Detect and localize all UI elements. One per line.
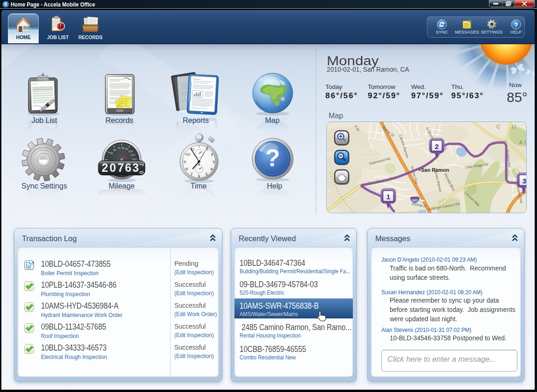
svg-text:100: 100 (128, 150, 133, 153)
svg-text:1: 1 (386, 193, 390, 201)
svg-text:110: 110 (131, 154, 135, 156)
svg-text:8: 8 (186, 167, 188, 171)
svg-text:9: 9 (184, 160, 186, 164)
svg-text:18: 18 (58, 23, 63, 29)
svg-text:6: 6 (125, 161, 131, 174)
svg-text:120: 120 (132, 158, 137, 161)
svg-text:7: 7 (138, 163, 145, 166)
svg-text:C A: C A (503, 140, 526, 145)
svg-text:3: 3 (213, 160, 214, 164)
svg-text:7: 7 (117, 161, 124, 174)
svg-text:80: 80 (122, 147, 125, 149)
svg-text:70: 70 (117, 147, 121, 149)
svg-text:?: ? (514, 21, 518, 28)
svg-text:San Ramon: San Ramon (421, 167, 449, 173)
svg-text:1: 1 (207, 147, 208, 152)
svg-text:0: 0 (110, 161, 116, 174)
svg-text:L: L (524, 140, 526, 145)
svg-text:680: 680 (412, 199, 418, 202)
svg-text:2: 2 (102, 161, 108, 174)
svg-text:7: 7 (191, 172, 193, 176)
svg-text:2: 2 (211, 152, 213, 157)
svg-text:2: 2 (435, 142, 439, 150)
svg-text:5: 5 (206, 172, 207, 176)
svg-text:3: 3 (523, 177, 526, 185)
svg-text:50: 50 (110, 152, 113, 155)
svg-text:10: 10 (186, 152, 191, 157)
svg-text:C O N: C O N (496, 124, 526, 129)
svg-text:0: 0 (138, 171, 145, 174)
svg-text:3: 3 (132, 161, 139, 174)
svg-text:60: 60 (113, 149, 117, 151)
svg-text:6: 6 (198, 174, 200, 178)
